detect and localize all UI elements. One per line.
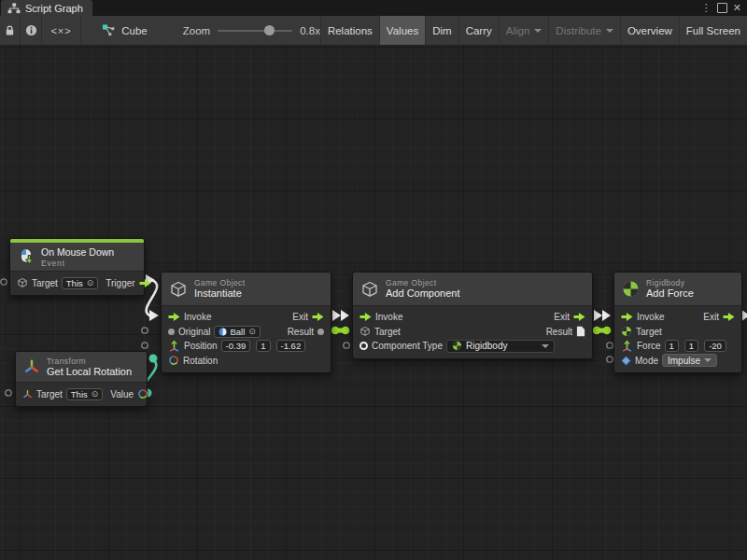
component-type-dropdown[interactable]: Rigidbody bbox=[446, 340, 555, 353]
zoom-control: Zoom 0.8x bbox=[183, 25, 320, 36]
info-button[interactable] bbox=[21, 16, 41, 45]
zoom-slider-handle[interactable] bbox=[264, 25, 275, 35]
values-button[interactable]: Values bbox=[379, 16, 425, 45]
component-result-icon[interactable] bbox=[576, 326, 585, 337]
exit-port-icon[interactable] bbox=[723, 312, 735, 322]
zoom-slider[interactable] bbox=[218, 30, 292, 32]
vector3-port-icon[interactable] bbox=[168, 340, 180, 352]
invoke-port-label: Invoke bbox=[184, 312, 211, 322]
wire-addcomponent-result-to-target[interactable] bbox=[593, 327, 612, 335]
invoke-port-label: Invoke bbox=[637, 312, 664, 322]
result-port-label: Result bbox=[546, 327, 572, 337]
ball-icon bbox=[218, 328, 227, 336]
object-picker-icon[interactable]: ⊙ bbox=[92, 389, 99, 399]
close-icon[interactable]: ✕ bbox=[733, 0, 741, 16]
rotation-port-icon[interactable] bbox=[168, 355, 179, 366]
exit-port-label: Exit bbox=[292, 312, 308, 322]
distribute-button[interactable]: Distribute bbox=[548, 16, 620, 45]
invoke-port-icon[interactable] bbox=[168, 312, 180, 322]
exit-port-icon[interactable] bbox=[312, 312, 324, 322]
exit-port-icon[interactable] bbox=[573, 312, 585, 322]
align-button[interactable]: Align bbox=[499, 16, 549, 45]
original-port-label: Original bbox=[178, 327, 210, 337]
result-port-icon[interactable] bbox=[317, 329, 324, 335]
chevron-down-icon bbox=[534, 29, 542, 33]
tab-script-graph[interactable]: Script Graph bbox=[1, 0, 92, 16]
position-x-field[interactable]: -0.39 bbox=[221, 340, 251, 352]
force-y-field[interactable]: 1 bbox=[684, 340, 698, 352]
rigidbody-icon bbox=[622, 280, 640, 298]
mouse-icon bbox=[18, 248, 35, 265]
node-subtitle: Event bbox=[41, 259, 114, 268]
position-port-label: Position bbox=[184, 341, 218, 351]
maximize-icon[interactable] bbox=[717, 3, 727, 13]
invoke-port-label: Invoke bbox=[375, 312, 402, 322]
wire-addcomponent-to-addforce-flow[interactable] bbox=[594, 310, 611, 321]
target-object-field[interactable]: This ⊙ bbox=[62, 277, 99, 289]
chevron-down-icon bbox=[606, 29, 613, 33]
force-x-field[interactable]: 1 bbox=[665, 340, 679, 352]
graph-toolbar: <×> Cube Zoom 0.8x Relations Values Dim … bbox=[0, 16, 747, 46]
node-on-mouse-down[interactable]: On Mouse Down Event Target This ⊙ Trigge… bbox=[9, 238, 145, 296]
rotation-port-label: Rotation bbox=[183, 356, 218, 366]
relations-button[interactable]: Relations bbox=[320, 16, 379, 45]
chevron-down-icon bbox=[704, 358, 712, 362]
info-icon bbox=[25, 24, 37, 36]
target-port-label: Target bbox=[636, 327, 662, 337]
invoke-port-icon[interactable] bbox=[621, 312, 633, 322]
tab-bar: Script Graph ⋮ ✕ bbox=[0, 0, 747, 16]
node-supertitle: Game Object bbox=[194, 278, 245, 287]
graph-breadcrumb[interactable]: Cube bbox=[102, 23, 148, 37]
position-z-field[interactable]: -1.62 bbox=[276, 340, 306, 352]
rigidbody-port-icon[interactable] bbox=[621, 326, 632, 337]
node-title: On Mouse Down bbox=[41, 246, 114, 259]
type-port-icon[interactable] bbox=[359, 342, 368, 350]
enum-port-icon[interactable] bbox=[621, 356, 631, 366]
node-add-component[interactable]: Game Object Add Component Invoke Exit Ta… bbox=[352, 272, 593, 359]
graph-canvas[interactable]: On Mouse Down Event Target This ⊙ Trigge… bbox=[0, 45, 747, 560]
lock-button[interactable] bbox=[0, 16, 21, 45]
node-add-force[interactable]: Rigidbody Add Force Invoke Exit Target bbox=[613, 272, 742, 373]
game-object-port-icon[interactable] bbox=[359, 326, 371, 337]
force-mode-dropdown[interactable]: Impulse bbox=[662, 354, 717, 367]
original-object-field[interactable]: Ball ⊙ bbox=[214, 326, 260, 338]
component-type-label: Component Type bbox=[372, 341, 443, 351]
node-title: Instantiate bbox=[194, 287, 245, 300]
menu-icon[interactable]: ⋮ bbox=[701, 0, 712, 16]
vector3-port-icon[interactable] bbox=[621, 340, 633, 352]
carry-button[interactable]: Carry bbox=[458, 16, 499, 45]
position-y-field[interactable]: 1 bbox=[256, 340, 270, 352]
node-get-local-rotation[interactable]: Transform Get Local Rotation Target This… bbox=[15, 351, 148, 407]
value-port-label: Value bbox=[110, 389, 134, 399]
game-object-port-icon[interactable] bbox=[17, 277, 28, 288]
original-port-icon[interactable] bbox=[168, 329, 175, 335]
tab-title: Script Graph bbox=[25, 3, 83, 14]
transform-port-icon[interactable] bbox=[22, 389, 33, 399]
dim-button[interactable]: Dim bbox=[425, 16, 458, 45]
game-object-icon bbox=[360, 280, 379, 299]
invoke-port-icon[interactable] bbox=[359, 312, 372, 322]
code-icon: <×> bbox=[50, 25, 71, 36]
inspect-code-button[interactable]: <×> bbox=[42, 16, 81, 45]
target-object-field[interactable]: This ⊙ bbox=[66, 388, 104, 400]
rotation-port-icon[interactable] bbox=[137, 388, 148, 399]
object-picker-icon[interactable]: ⊙ bbox=[248, 327, 256, 336]
rigidbody-icon bbox=[452, 341, 462, 351]
trigger-port-icon[interactable] bbox=[139, 278, 151, 288]
wire-instantiate-result-to-target[interactable] bbox=[331, 327, 350, 335]
exit-port-label: Exit bbox=[703, 312, 719, 322]
node-supertitle: Rigidbody bbox=[646, 278, 694, 287]
overview-button[interactable]: Overview bbox=[620, 16, 679, 45]
target-port-label: Target bbox=[36, 389, 63, 399]
force-z-field[interactable]: -20 bbox=[704, 340, 726, 352]
node-instantiate[interactable]: Game Object Instantiate Invoke Exit Orig… bbox=[161, 272, 331, 373]
window-controls: ⋮ ✕ bbox=[701, 0, 747, 16]
node-title: Get Local Rotation bbox=[47, 366, 132, 378]
graph-name: Cube bbox=[121, 25, 148, 36]
toolbar-toggle-group: Relations Values Dim Carry Align Distrib… bbox=[320, 16, 747, 45]
transform-icon bbox=[23, 358, 40, 375]
target-port-label: Target bbox=[32, 278, 58, 288]
fullscreen-button[interactable]: Full Screen bbox=[679, 16, 747, 45]
object-picker-icon[interactable]: ⊙ bbox=[87, 278, 94, 287]
wire-instantiate-to-addcomponent-flow[interactable] bbox=[332, 310, 349, 321]
